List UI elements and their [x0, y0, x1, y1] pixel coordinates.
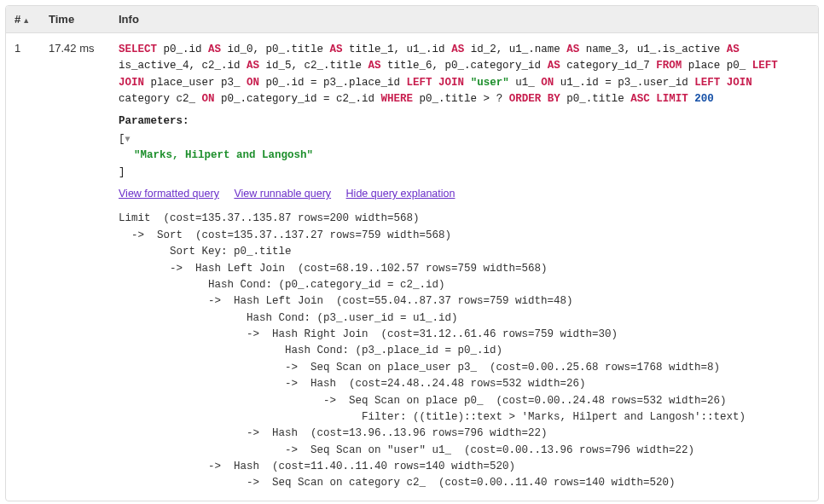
sql-query: SELECT p0_.id AS id_0, p0_.title AS titl…	[119, 42, 809, 108]
col-header-time[interactable]: Time	[40, 6, 110, 33]
query-panel: #▲ Time Info 1 17.42 ms SELECT p0_.id AS…	[5, 5, 819, 501]
view-runnable-link[interactable]: View runnable query	[234, 188, 331, 200]
view-formatted-link[interactable]: View formatted query	[119, 188, 219, 200]
parameters-block: [▼ "Marks, Hilpert and Langosh" ]	[119, 131, 809, 181]
table-header-row: #▲ Time Info	[6, 6, 818, 33]
row-time: 17.42 ms	[40, 33, 110, 501]
col-header-index[interactable]: #▲	[6, 6, 40, 33]
query-table: #▲ Time Info 1 17.42 ms SELECT p0_.id AS…	[6, 6, 818, 501]
parameters-label: Parameters:	[119, 113, 809, 130]
collapse-icon[interactable]: ▼	[125, 135, 131, 144]
param-bracket-close: ]	[119, 165, 809, 181]
row-info: SELECT p0_.id AS id_0, p0_.title AS titl…	[110, 33, 818, 501]
query-links: View formatted query View runnable query…	[119, 186, 809, 202]
query-plan: Limit (cost=135.37..135.87 rows=200 widt…	[119, 211, 809, 491]
col-header-info[interactable]: Info	[110, 6, 818, 33]
table-row: 1 17.42 ms SELECT p0_.id AS id_0, p0_.ti…	[6, 33, 818, 501]
param-bracket-open: [	[119, 133, 125, 145]
row-index: 1	[6, 33, 40, 501]
parameter-value: "Marks, Hilpert and Langosh"	[134, 148, 809, 164]
sort-asc-icon: ▲	[22, 16, 30, 25]
hide-explanation-link[interactable]: Hide query explanation	[346, 188, 456, 200]
